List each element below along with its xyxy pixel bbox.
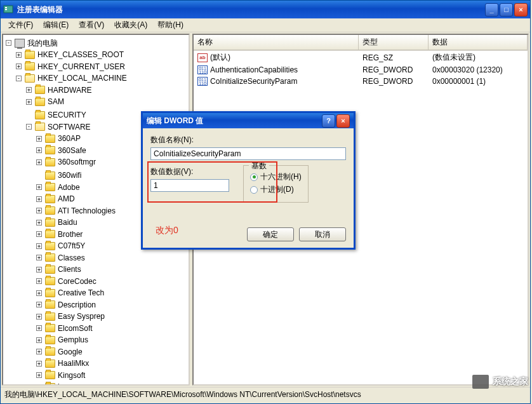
folder-icon (45, 289, 55, 297)
expand-icon[interactable]: + (36, 314, 42, 320)
expand-icon[interactable]: + (36, 290, 42, 296)
dialog-close-button[interactable]: × (336, 114, 350, 128)
expand-icon[interactable]: + (36, 325, 42, 331)
radio-hex[interactable] (250, 173, 258, 181)
tree-node[interactable]: +AMD (36, 194, 76, 204)
tree-node[interactable]: +ElcomSoft (36, 323, 94, 333)
dialog-titlebar[interactable]: 编辑 DWORD 值 ? × (143, 113, 354, 128)
tree-node[interactable]: +C07ft5Y (36, 241, 86, 251)
tree-node[interactable]: +Baidu (36, 217, 79, 227)
tree-node[interactable]: +360softmgr (36, 157, 97, 167)
expand-icon[interactable]: + (36, 267, 42, 273)
tree-node[interactable]: +Classes (36, 253, 86, 263)
expand-icon[interactable]: + (36, 243, 42, 249)
maximize-button[interactable]: □ (500, 3, 513, 17)
cancel-button[interactable]: 取消 (299, 227, 346, 241)
expand-icon[interactable]: + (36, 255, 42, 260)
value-name: CoInitializeSecurityParam (210, 77, 297, 86)
value-row[interactable]: 011110CoInitializeSecurityParamREG_DWORD… (194, 76, 528, 87)
tree-node[interactable]: SECURITY (26, 110, 88, 120)
menu-help[interactable]: 帮助(H) (152, 18, 189, 32)
expand-icon[interactable]: + (36, 278, 42, 284)
tree-node[interactable]: +Creative Tech (36, 288, 105, 298)
tree-node[interactable]: +Google (36, 347, 84, 357)
titlebar[interactable]: 注册表编辑器 _ □ × (1, 1, 530, 18)
tree-label: SOFTWARE (46, 122, 92, 132)
tree-node[interactable]: +Kingsoft (36, 370, 86, 380)
expand-icon[interactable]: + (36, 361, 42, 367)
tree-node[interactable]: -HKEY_LOCAL_MACHINE (16, 73, 128, 83)
svg-rect-1 (5, 7, 7, 8)
radio-hex-row[interactable]: 十六进制(H) (250, 172, 302, 182)
expand-icon[interactable]: + (36, 384, 42, 386)
expand-icon[interactable]: + (36, 337, 42, 343)
value-row[interactable]: 011110AuthenticationCapabilitiesREG_DWOR… (194, 64, 528, 76)
folder-icon (25, 74, 35, 83)
col-name[interactable]: 名称 (194, 35, 359, 50)
dialog-help-button[interactable]: ? (322, 114, 335, 128)
folder-icon (45, 371, 55, 379)
close-button[interactable]: × (514, 3, 528, 17)
expand-icon[interactable]: + (36, 136, 42, 142)
expand-icon[interactable]: + (36, 372, 42, 378)
radio-dec-row[interactable]: 十进制(D) (250, 184, 302, 195)
expand-icon[interactable]: + (36, 349, 42, 354)
expand-icon[interactable]: + (36, 208, 42, 213)
folder-icon (45, 360, 55, 368)
tree-node[interactable]: +Brother (36, 229, 84, 239)
tree-node[interactable]: +Gemplus (36, 335, 90, 345)
expand-icon[interactable]: + (36, 184, 42, 190)
tree-node[interactable]: +HKEY_CURRENT_USER (16, 62, 126, 72)
tree-node[interactable]: +SAM (26, 97, 65, 107)
expand-icon[interactable]: + (16, 52, 22, 58)
tree-node[interactable]: -我的电脑 (6, 38, 59, 48)
data-field[interactable] (150, 179, 229, 192)
expand-icon[interactable]: + (36, 302, 42, 307)
tree-node[interactable]: +360AP (36, 133, 82, 144)
collapse-icon[interactable]: - (26, 124, 32, 130)
tree-node[interactable]: +CoreCodec (36, 276, 98, 286)
expand-icon[interactable]: + (36, 231, 42, 237)
tree-node[interactable]: +Clients (36, 264, 83, 274)
folder-icon (25, 51, 35, 59)
minimize-button[interactable]: _ (485, 3, 498, 17)
collapse-icon[interactable]: - (6, 40, 11, 46)
ok-button[interactable]: 确定 (247, 227, 294, 241)
tree-label: Google (57, 347, 84, 357)
name-label: 数值名称(N): (150, 135, 346, 145)
tree-node[interactable]: -SOFTWARE (26, 122, 92, 132)
expand-icon[interactable]: + (36, 220, 42, 226)
expand-icon[interactable]: + (26, 99, 32, 105)
tree-node[interactable]: +ATI Technologies (36, 206, 117, 216)
expand-icon[interactable]: + (36, 159, 42, 165)
value-row[interactable]: ab(默认)REG_SZ(数值未设置) (194, 51, 528, 64)
tree-label: Baidu (57, 217, 79, 227)
col-data[interactable]: 数据 (429, 35, 528, 50)
tree-node[interactable]: +Easy Sysprep (36, 311, 106, 321)
menu-view[interactable]: 查看(V) (74, 18, 109, 32)
menu-edit[interactable]: 编辑(E) (38, 18, 74, 32)
tree-node[interactable]: 360wifi (36, 170, 83, 180)
menu-favorites[interactable]: 收藏夹(A) (109, 18, 152, 32)
menu-file[interactable]: 文件(F) (3, 18, 38, 32)
name-field[interactable] (150, 147, 346, 160)
tree-node[interactable]: +360Safe (36, 145, 88, 156)
tree-node[interactable]: +kpzs (36, 382, 75, 386)
folder-icon (45, 219, 55, 227)
folder-icon (45, 135, 55, 143)
tree-node[interactable]: +HKEY_CLASSES_ROOT (16, 50, 125, 60)
col-type[interactable]: 类型 (359, 35, 429, 50)
folder-icon (45, 158, 55, 166)
expand-icon[interactable]: + (26, 87, 32, 93)
expand-icon[interactable]: + (36, 147, 42, 153)
tree-node[interactable]: +Adobe (36, 182, 81, 192)
folder-icon (45, 324, 55, 332)
tree-node[interactable]: +HaaliMkx (36, 358, 90, 368)
expand-icon[interactable]: + (16, 64, 22, 69)
radio-dec[interactable] (250, 186, 258, 194)
expand-icon[interactable]: + (36, 196, 42, 202)
collapse-icon[interactable]: - (16, 76, 22, 81)
tree-node[interactable]: +Description (36, 300, 97, 310)
folder-icon (45, 313, 55, 321)
tree-node[interactable]: +HARDWARE (26, 85, 93, 95)
